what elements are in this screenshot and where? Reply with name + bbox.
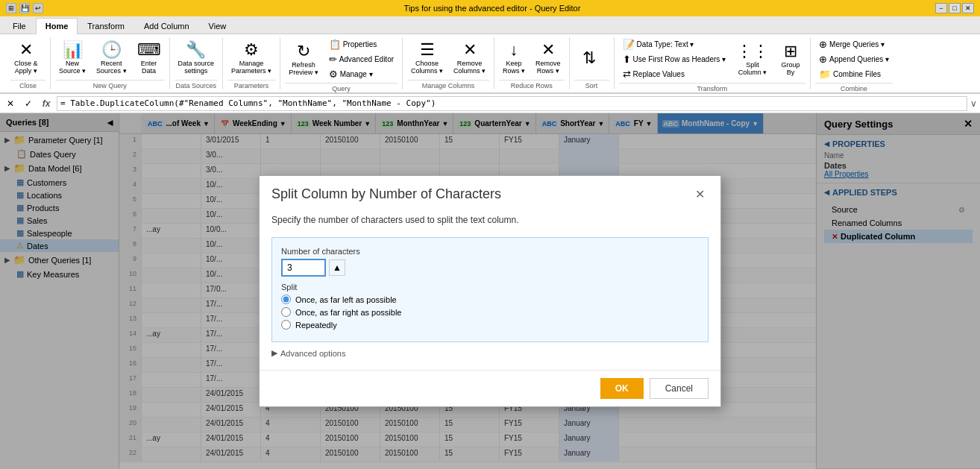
window-title: Tips for using the advanced editor - Que… bbox=[49, 4, 935, 13]
tab-home[interactable]: Home bbox=[36, 18, 78, 34]
data-sources-content: 🔧 Data sourcesettings bbox=[175, 37, 219, 78]
refresh-preview-button[interactable]: ↻ RefreshPreview ▾ bbox=[285, 41, 322, 78]
dialog-overlay: Split Column by Number of Characters ✕ S… bbox=[0, 113, 980, 469]
advanced-editor-button[interactable]: ✏ Advanced Editor bbox=[325, 52, 398, 66]
ribbon-tabs: File Home Transform Add Column View bbox=[0, 16, 980, 34]
advanced-options-label: Advanced options bbox=[280, 349, 345, 358]
sort-icon: ⇅ bbox=[582, 50, 596, 66]
keep-rows-button[interactable]: ↓ KeepRows ▾ bbox=[499, 40, 529, 77]
sort-button[interactable]: ⇅ bbox=[574, 48, 604, 69]
use-first-row-icon: ⬆ bbox=[623, 54, 631, 65]
choose-columns-button[interactable]: ☰ ChooseColumns ▾ bbox=[407, 40, 447, 77]
transform-group-label: Transform bbox=[619, 83, 805, 92]
data-source-settings-button[interactable]: 🔧 Data sourcesettings bbox=[175, 40, 219, 77]
query-multi-group: 📋 Properties ✏ Advanced Editor ⚙ Manage … bbox=[325, 37, 398, 81]
tab-transform[interactable]: Transform bbox=[78, 17, 134, 34]
close-apply-button[interactable]: ✕ Close &Apply ▾ bbox=[10, 40, 42, 77]
remove-rows-button[interactable]: ✕ RemoveRows ▾ bbox=[532, 40, 565, 77]
num-chars-up-icon[interactable]: ▲ bbox=[329, 259, 345, 276]
data-sources-group-label: Data Sources bbox=[175, 80, 219, 89]
dialog-ok-button[interactable]: OK bbox=[600, 378, 644, 399]
formula-confirm-button[interactable]: ✓ bbox=[21, 96, 36, 111]
combine-files-button[interactable]: 📁 Combine Files bbox=[815, 67, 893, 81]
title-bar-app-icons: ⊞ 💾 ↩ bbox=[6, 3, 43, 13]
ribbon-group-manage-columns: ☰ ChooseColumns ▾ ✕ RemoveColumns ▾ Mana… bbox=[403, 37, 494, 89]
data-type-button[interactable]: 📝 Data Type: Text ▾ bbox=[619, 37, 729, 51]
num-chars-label: Number of characters bbox=[281, 247, 699, 256]
replace-values-button[interactable]: ⇄ Replace Values bbox=[619, 67, 729, 81]
new-query-content: 📊 NewSource ▾ 🕒 RecentSources ▾ ⌨ EnterD… bbox=[55, 37, 165, 78]
recent-sources-label: RecentSources ▾ bbox=[96, 60, 127, 75]
radio-once-right[interactable]: Once, as far right as possible bbox=[281, 307, 699, 317]
radio-once-left[interactable]: Once, as far left as possible bbox=[281, 295, 699, 304]
append-queries-button[interactable]: ⊕ Append Queries ▾ bbox=[815, 52, 893, 66]
merge-queries-icon: ⊕ bbox=[819, 39, 827, 50]
manage-label: Manage ▾ bbox=[340, 70, 373, 78]
remove-columns-button[interactable]: ✕ RemoveColumns ▾ bbox=[450, 40, 489, 77]
query-group-label: Query bbox=[285, 83, 398, 92]
properties-label: Properties bbox=[343, 40, 377, 48]
ribbon-group-transform: 📝 Data Type: Text ▾ ⬆ Use First Row as H… bbox=[615, 37, 811, 89]
group-by-button[interactable]: ⊞ GroupBy bbox=[776, 41, 805, 78]
manage-columns-group-label: Manage Columns bbox=[407, 80, 489, 89]
main-content: Queries [8] ◂ ▶ 📁 Parameter Query [1] 📋 … bbox=[0, 113, 980, 469]
split-section-label: Split bbox=[281, 283, 699, 292]
advanced-editor-label: Advanced Editor bbox=[339, 55, 394, 63]
advanced-editor-icon: ✏ bbox=[329, 54, 337, 65]
sort-content: ⇅ bbox=[574, 37, 609, 78]
window-controls: − □ ✕ bbox=[935, 3, 974, 13]
sort-group-label: Sort bbox=[574, 80, 609, 89]
dialog-body: Specify the number of characters used to… bbox=[260, 209, 720, 370]
dialog-title: Split Column by Number of Characters bbox=[271, 186, 501, 202]
ribbon-group-close: ✕ Close &Apply ▾ Close bbox=[6, 37, 51, 89]
save-icon[interactable]: 💾 bbox=[19, 3, 30, 13]
minimize-button[interactable]: − bbox=[935, 3, 947, 13]
radio-repeatedly[interactable]: Repeatedly bbox=[281, 320, 699, 330]
manage-icon: ⚙ bbox=[329, 69, 338, 80]
radio-once-right-label: Once, as far right as possible bbox=[295, 308, 401, 317]
properties-button[interactable]: 📋 Properties bbox=[325, 37, 398, 51]
combine-multi: ⊕ Merge Queries ▾ ⊕ Append Queries ▾ 📁 C… bbox=[815, 37, 893, 81]
dialog-description: Specify the number of characters used to… bbox=[271, 215, 709, 225]
tab-view[interactable]: View bbox=[199, 17, 236, 34]
merge-queries-button[interactable]: ⊕ Merge Queries ▾ bbox=[815, 37, 893, 51]
combine-files-icon: 📁 bbox=[819, 69, 831, 80]
enter-data-button[interactable]: ⌨ EnterData bbox=[134, 40, 165, 77]
dialog-close-button[interactable]: ✕ bbox=[691, 185, 709, 203]
use-first-row-button[interactable]: ⬆ Use First Row as Headers ▾ bbox=[619, 52, 729, 66]
new-source-button[interactable]: 📊 NewSource ▾ bbox=[55, 40, 89, 77]
split-column-button[interactable]: ⋮⋮ SplitColumn ▾ bbox=[732, 41, 773, 78]
formula-fx-label: fx bbox=[39, 96, 54, 111]
manage-parameters-label: ManageParameters ▾ bbox=[231, 60, 271, 75]
new-source-label: NewSource ▾ bbox=[59, 60, 86, 75]
undo-icon[interactable]: ↩ bbox=[33, 3, 43, 13]
advanced-options-toggle[interactable]: ▶ Advanced options bbox=[271, 348, 709, 358]
manage-button[interactable]: ⚙ Manage ▾ bbox=[325, 67, 398, 81]
data-source-settings-icon: 🔧 bbox=[186, 42, 206, 58]
combine-files-label: Combine Files bbox=[833, 70, 881, 78]
close-apply-label: Close &Apply ▾ bbox=[14, 60, 38, 75]
enter-data-icon: ⌨ bbox=[137, 42, 161, 58]
manage-parameters-button[interactable]: ⚙ ManageParameters ▾ bbox=[227, 40, 275, 77]
maximize-button[interactable]: □ bbox=[949, 3, 961, 13]
radio-once-right-input[interactable] bbox=[281, 307, 291, 317]
recent-sources-button[interactable]: 🕒 RecentSources ▾ bbox=[92, 40, 131, 77]
formula-input[interactable] bbox=[57, 96, 967, 111]
close-button[interactable]: ✕ bbox=[962, 3, 974, 13]
dialog-cancel-button[interactable]: Cancel bbox=[650, 378, 709, 399]
num-chars-input[interactable] bbox=[281, 259, 326, 277]
split-column-icon: ⋮⋮ bbox=[736, 43, 769, 60]
tab-add-column[interactable]: Add Column bbox=[134, 17, 199, 34]
tab-file[interactable]: File bbox=[3, 17, 36, 34]
merge-queries-label: Merge Queries ▾ bbox=[829, 40, 885, 48]
radio-once-left-input[interactable] bbox=[281, 295, 291, 304]
formula-expand-button[interactable]: ∨ bbox=[970, 98, 977, 109]
title-bar: ⊞ 💾 ↩ Tips for using the advanced editor… bbox=[0, 0, 980, 16]
manage-parameters-icon: ⚙ bbox=[244, 42, 259, 58]
dialog-footer: OK Cancel bbox=[260, 370, 720, 406]
ribbon-group-new-query: 📊 NewSource ▾ 🕒 RecentSources ▾ ⌨ EnterD… bbox=[51, 37, 170, 89]
remove-columns-icon: ✕ bbox=[463, 42, 477, 58]
formula-cancel-button[interactable]: ✕ bbox=[3, 96, 18, 111]
ribbon-group-combine: ⊕ Merge Queries ▾ ⊕ Append Queries ▾ 📁 C… bbox=[811, 37, 897, 89]
radio-repeatedly-input[interactable] bbox=[281, 320, 291, 330]
